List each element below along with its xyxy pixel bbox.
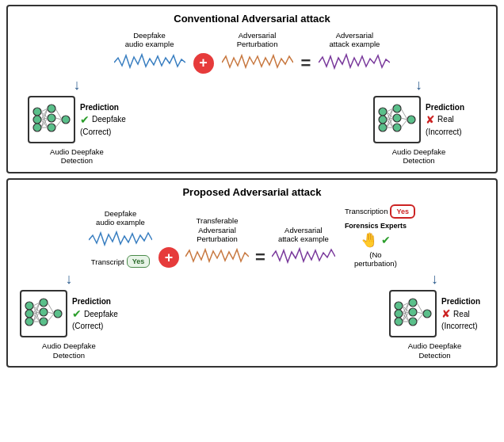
proposed-attack-col: Adversarialattack example bbox=[272, 226, 335, 269]
transcription-forensics: Transcription Yes Forensics Experts 🤚 ✔ … bbox=[345, 204, 415, 269]
svg-point-6 bbox=[62, 116, 70, 124]
conventional-panel: Conventional Adversarial attack Deepfake… bbox=[6, 5, 498, 173]
svg-point-62 bbox=[409, 318, 417, 326]
svg-point-22 bbox=[393, 105, 401, 112]
equals-operator-2: = bbox=[255, 247, 265, 268]
proposed-correct-label: (Correct) bbox=[72, 322, 118, 330]
nn-box-left bbox=[28, 96, 75, 143]
proposed-left-detection: ↓ bbox=[20, 271, 118, 360]
main-container: Conventional Adversarial attack Deepfake… bbox=[6, 5, 498, 368]
svg-point-3 bbox=[48, 105, 55, 112]
proposed-incorrect-label: (Incorrect) bbox=[441, 322, 480, 330]
transcript-bubble: Yes bbox=[127, 255, 151, 268]
proposed-attack-label: Adversarialattack example bbox=[278, 226, 329, 244]
conventional-title: Conventional Adversarial attack bbox=[16, 13, 488, 25]
svg-point-19 bbox=[379, 108, 387, 116]
no-perturbation-label: (No perturbation) bbox=[354, 250, 397, 269]
proposed-pred-label-left: Prediction bbox=[72, 297, 118, 306]
prediction-label-left: Prediction bbox=[80, 103, 126, 112]
nn-box-right bbox=[373, 96, 421, 143]
orange-waveform bbox=[222, 51, 293, 74]
left-detection: ↓ bbox=[28, 77, 126, 166]
transferable-col: TransferableAdversarialPerturbation bbox=[185, 216, 249, 268]
forensics-check-icon: ✔ bbox=[381, 234, 391, 246]
prediction-left: Prediction ✔ Deepfake (Correct) bbox=[80, 103, 126, 136]
proposed-nn-box-left bbox=[20, 290, 67, 337]
proposed-cross-icon-right: ✘ bbox=[441, 307, 451, 320]
proposed-pred-label-right: Prediction bbox=[441, 297, 480, 306]
svg-point-63 bbox=[423, 310, 431, 318]
svg-point-58 bbox=[395, 310, 403, 318]
svg-point-44 bbox=[54, 310, 62, 318]
transcript-label: Transcript bbox=[91, 257, 124, 266]
cross-icon-right: ✘ bbox=[426, 113, 435, 126]
proposed-prediction-left: Prediction ✔ Deepfake (Correct) bbox=[72, 297, 118, 330]
proposed-deepfake-label-left: Deepfake bbox=[84, 310, 118, 318]
correct-label-left: (Correct) bbox=[80, 128, 126, 136]
svg-point-42 bbox=[40, 308, 48, 316]
transcription-bubble: Yes bbox=[390, 204, 415, 219]
deepfake-audio-label: Deepfakeaudio example bbox=[125, 31, 174, 49]
proposed-blue-waveform bbox=[89, 229, 152, 251]
svg-point-38 bbox=[25, 302, 33, 310]
svg-point-61 bbox=[409, 308, 417, 316]
transcript-row: Transcript Yes bbox=[91, 255, 150, 268]
svg-point-24 bbox=[393, 124, 401, 131]
proposed-orange-waveform bbox=[185, 246, 249, 268]
svg-point-5 bbox=[48, 124, 55, 131]
transcription-value: Yes bbox=[396, 208, 409, 215]
svg-point-2 bbox=[33, 124, 41, 131]
neural-net-left bbox=[31, 99, 72, 140]
proposed-detection-label-left: Audio DeepfakeDetection bbox=[42, 341, 96, 360]
purple-waveform bbox=[319, 51, 390, 74]
proposed-deepfake-col: Deepfakeaudio example Transcript Yes bbox=[89, 209, 152, 269]
transferable-label: TransferableAdversarialPerturbation bbox=[197, 216, 239, 243]
transcription-label: Transcription bbox=[345, 207, 388, 215]
svg-point-40 bbox=[25, 318, 33, 326]
real-label-right: Real bbox=[437, 115, 454, 124]
svg-point-23 bbox=[393, 114, 401, 122]
proposed-nn-box-right bbox=[389, 290, 437, 337]
svg-point-4 bbox=[48, 114, 55, 122]
plus-operator-2: + bbox=[158, 247, 179, 268]
svg-line-37 bbox=[401, 120, 407, 128]
forensics-box: Forensics Experts 🤚 ✔ (No perturbation) bbox=[345, 222, 407, 269]
svg-point-20 bbox=[379, 116, 387, 124]
deepfake-label-left: Deepfake bbox=[92, 115, 126, 124]
deepfake-audio-col: Deepfakeaudio example bbox=[114, 31, 185, 74]
forensics-label: Forensics Experts bbox=[345, 222, 407, 230]
svg-point-1 bbox=[33, 116, 41, 124]
detection-label-right: Audio DeepfakeDetection bbox=[392, 147, 446, 166]
transcript-value: Yes bbox=[132, 257, 145, 265]
proposed-prediction-right: Prediction ✘ Real (Incorrect) bbox=[441, 297, 480, 330]
svg-line-75 bbox=[417, 314, 423, 322]
svg-point-21 bbox=[379, 124, 387, 131]
transcription-row: Transcription Yes bbox=[345, 204, 415, 219]
proposed-detection-label-right: Audio DeepfakeDetection bbox=[408, 341, 462, 360]
svg-point-41 bbox=[40, 299, 48, 307]
equals-operator-1: = bbox=[301, 53, 311, 74]
proposed-panel: Proposed Adversarial attack Deepfakeaudi… bbox=[6, 178, 498, 368]
attack-example-col: Adversarialattack example bbox=[319, 31, 390, 74]
proposed-neural-net-left bbox=[23, 293, 64, 334]
svg-line-18 bbox=[55, 120, 62, 128]
svg-point-43 bbox=[40, 318, 48, 326]
proposed-purple-waveform bbox=[272, 246, 335, 268]
svg-point-59 bbox=[395, 318, 403, 326]
perturbation-col: AdversarialPerturbation bbox=[222, 31, 293, 74]
right-detection: ↓ bbox=[373, 77, 464, 166]
proposed-check-icon-left: ✔ bbox=[72, 307, 82, 320]
detection-label-left: Audio DeepfakeDetection bbox=[50, 147, 104, 166]
svg-point-25 bbox=[407, 116, 415, 124]
prediction-right: Prediction ✘ Real (Incorrect) bbox=[426, 103, 464, 136]
proposed-title: Proposed Adversarial attack bbox=[16, 186, 488, 198]
svg-line-56 bbox=[48, 314, 54, 322]
attack-label: Adversarialattack example bbox=[329, 31, 380, 49]
proposed-real-label-right: Real bbox=[453, 310, 470, 318]
perturbation-label: AdversarialPerturbation bbox=[237, 31, 278, 49]
check-icon-left: ✔ bbox=[80, 113, 90, 126]
prediction-label-right: Prediction bbox=[426, 103, 464, 112]
proposed-deepfake-label: Deepfakeaudio example bbox=[96, 209, 145, 227]
svg-point-0 bbox=[33, 108, 41, 116]
svg-point-60 bbox=[409, 299, 417, 307]
